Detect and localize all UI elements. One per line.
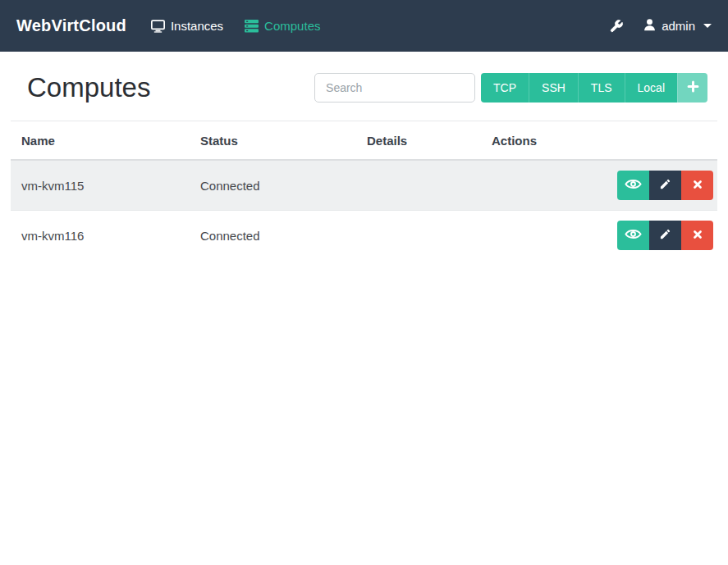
table-header-row: Name Status Details Actions [11, 121, 717, 160]
add-compute-button[interactable] [677, 73, 707, 103]
edit-compute-button[interactable] [649, 221, 681, 250]
search-input[interactable] [314, 73, 475, 103]
edit-compute-button[interactable] [649, 171, 681, 200]
view-eye-icon [625, 178, 642, 193]
view-eye-icon [625, 228, 642, 243]
edit-pencil-icon [659, 228, 671, 243]
view-compute-button[interactable] [617, 171, 649, 200]
brand-logo[interactable]: WebVirtCloud [16, 16, 126, 35]
add-tls-button[interactable]: TLS [578, 73, 625, 103]
compute-name: vm-kvm115 [11, 160, 190, 211]
delete-compute-button[interactable] [681, 221, 713, 250]
chevron-down-icon [703, 24, 712, 28]
plus-icon [687, 80, 699, 95]
row-actions [617, 221, 713, 250]
nav-item-instances[interactable]: Instances [151, 19, 223, 33]
user-name: admin [662, 19, 695, 33]
content-container: Computes TCP SSH TLS Local Name Status D [0, 72, 728, 260]
monitor-icon [151, 20, 165, 33]
column-header-status: Status [190, 121, 356, 160]
row-actions [617, 171, 713, 200]
column-header-name: Name [11, 121, 190, 160]
navbar-right: admin [609, 18, 712, 34]
compute-status: Connected [190, 160, 356, 211]
add-tcp-button[interactable]: TCP [481, 73, 529, 103]
table-row: vm-kvm115 Connected [11, 160, 717, 211]
nav-item-label: Computes [264, 19, 320, 33]
add-local-button[interactable]: Local [625, 73, 677, 103]
add-compute-button-group: TCP SSH TLS Local [481, 73, 707, 103]
view-compute-button[interactable] [617, 221, 649, 250]
page-header: Computes TCP SSH TLS Local [11, 72, 717, 103]
top-navbar: WebVirtCloud Instances [0, 0, 728, 52]
nav-item-label: Instances [171, 19, 223, 33]
delete-x-icon [692, 179, 703, 193]
column-header-actions: Actions [481, 121, 717, 160]
server-stack-icon [245, 20, 259, 33]
column-header-details: Details [356, 121, 481, 160]
computes-table: Name Status Details Actions vm-kvm115 Co… [11, 121, 717, 260]
compute-status: Connected [190, 211, 356, 261]
compute-name: vm-kvm116 [11, 211, 190, 261]
delete-x-icon [692, 229, 703, 243]
compute-details [356, 160, 481, 211]
main-nav: Instances Computes [151, 19, 321, 33]
user-icon [643, 18, 656, 34]
compute-details [356, 211, 481, 261]
delete-compute-button[interactable] [681, 171, 713, 200]
table-row: vm-kvm116 Connected [11, 211, 717, 261]
edit-pencil-icon [659, 178, 671, 193]
nav-item-computes[interactable]: Computes [245, 19, 320, 33]
wrench-icon[interactable] [609, 19, 624, 34]
user-menu[interactable]: admin [643, 18, 712, 34]
page-title: Computes [27, 72, 150, 103]
add-ssh-button[interactable]: SSH [529, 73, 578, 103]
